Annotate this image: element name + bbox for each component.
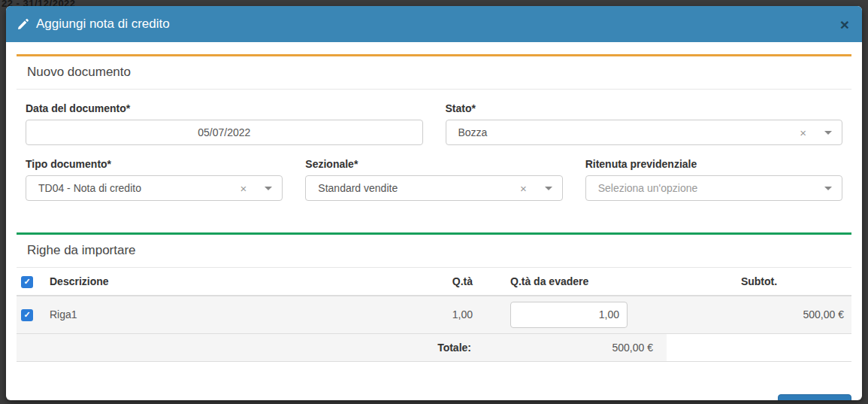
ritenuta-previdenziale-select[interactable]: Seleziona un'opzione <box>585 175 842 201</box>
chevron-down-icon <box>545 187 552 190</box>
chevron-down-icon <box>824 187 832 190</box>
stato-selected-value: Bozza <box>458 126 796 138</box>
stato-select[interactable]: Bozza × <box>446 120 843 145</box>
table-header-row: ✓ Descrizione Q.tà Q.tà da evadere Subto… <box>17 268 851 296</box>
column-header-qta: Q.tà <box>407 268 479 296</box>
pencil-icon <box>17 18 29 30</box>
cell-subtot: 500,00 € <box>667 296 851 334</box>
clear-icon[interactable]: × <box>240 183 247 194</box>
label-data-documento: Data del documento* <box>26 102 423 114</box>
panel-righe-da-importare: Righe da importare ✓ Descrizione Q.tà Q.… <box>17 232 851 362</box>
tipo-documento-select[interactable]: TD04 - Nota di credito × <box>26 175 283 201</box>
ritenuta-placeholder: Seleziona un'opzione <box>598 182 824 194</box>
label-tipo-documento: Tipo documento* <box>26 158 283 170</box>
totale-value: 500,00 € <box>479 333 667 361</box>
footer-empty-cell <box>667 333 851 361</box>
row-checkbox[interactable]: ✓ <box>21 309 33 321</box>
data-documento-input[interactable] <box>26 120 423 145</box>
tipo-documento-selected-value: TD04 - Nota di credito <box>38 182 236 194</box>
column-header-subtot: Subtot. <box>667 268 851 296</box>
table-row: ✓ Riga1 1,00 500,00 € <box>17 296 851 334</box>
section-heading-nuovo-documento: Nuovo documento <box>17 56 851 90</box>
label-ritenuta-previdenziale: Ritenuta previdenziale <box>585 158 842 170</box>
modal-body: Nuovo documento Data del documento* Stat… <box>6 42 862 400</box>
select-all-checkbox[interactable]: ✓ <box>21 276 33 288</box>
clear-icon[interactable]: × <box>520 183 527 194</box>
sezionale-selected-value: Standard vendite <box>318 182 516 194</box>
chevron-down-icon <box>824 131 832 135</box>
clear-icon[interactable]: × <box>800 127 806 138</box>
table-footer-row: Totale: 500,00 € <box>17 333 851 361</box>
add-credit-note-modal: Aggiungi nota di credito × Nuovo documen… <box>6 6 862 400</box>
label-stato: Stato* <box>446 102 843 114</box>
totale-label: Totale: <box>17 333 479 361</box>
section-heading-righe-da-importare: Righe da importare <box>17 235 851 268</box>
close-icon[interactable]: × <box>839 17 851 32</box>
cell-qta: 1,00 <box>407 296 479 334</box>
chevron-down-icon <box>265 187 272 190</box>
righe-table: ✓ Descrizione Q.tà Q.tà da evadere Subto… <box>17 268 851 362</box>
modal-title: Aggiungi nota di credito <box>36 17 170 32</box>
label-sezionale: Sezionale* <box>305 158 562 170</box>
modal-footer: + Aggiungi <box>17 378 851 401</box>
add-button-label: Aggiungi <box>800 400 841 401</box>
panel-nuovo-documento: Nuovo documento Data del documento* Stat… <box>17 54 851 216</box>
sezionale-select[interactable]: Standard vendite × <box>305 175 562 201</box>
column-header-qta-da-evadere: Q.tà da evadere <box>479 268 667 296</box>
modal-header: Aggiungi nota di credito × <box>6 6 862 42</box>
column-header-descrizione: Descrizione <box>44 268 407 296</box>
qta-da-evadere-input[interactable] <box>510 302 628 328</box>
add-button[interactable]: + Aggiungi <box>778 394 851 401</box>
cell-descrizione: Riga1 <box>44 296 407 334</box>
